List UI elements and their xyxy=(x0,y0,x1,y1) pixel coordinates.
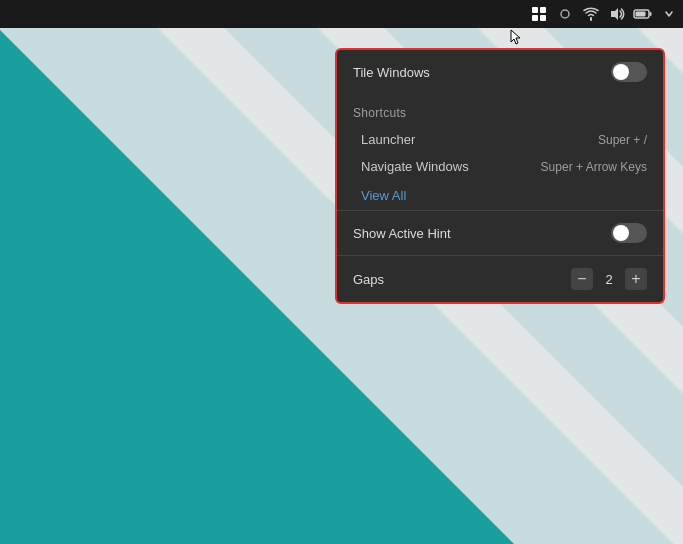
svg-rect-1 xyxy=(540,7,546,13)
gaps-row: Gaps − 2 + xyxy=(337,255,663,302)
tile-windows-toggle[interactable] xyxy=(611,62,647,82)
launcher-shortcut-row: Launcher Super + / xyxy=(337,126,663,153)
view-all-link[interactable]: View All xyxy=(361,188,406,203)
volume-icon xyxy=(607,4,627,24)
wifi-icon xyxy=(581,4,601,24)
gaps-controls: − 2 + xyxy=(571,268,647,290)
show-active-hint-toggle[interactable] xyxy=(611,223,647,243)
mouse-cursor xyxy=(509,28,521,46)
shortcuts-header: Shortcuts xyxy=(337,94,663,126)
tile-windows-label: Tile Windows xyxy=(353,65,430,80)
tile-windows-row: Tile Windows xyxy=(337,50,663,94)
svg-point-4 xyxy=(561,10,569,18)
svg-rect-0 xyxy=(532,7,538,13)
battery-icon xyxy=(633,4,653,24)
circle-status-icon xyxy=(555,4,575,24)
view-all-row: View All xyxy=(337,180,663,210)
show-active-hint-label: Show Active Hint xyxy=(353,226,451,241)
svg-rect-2 xyxy=(532,15,538,21)
navigate-windows-row: Navigate Windows Super + Arrow Keys xyxy=(337,153,663,180)
gaps-label: Gaps xyxy=(353,272,384,287)
navigate-windows-label: Navigate Windows xyxy=(361,159,469,174)
tiling-manager-icon[interactable] xyxy=(529,4,549,24)
navigate-windows-key: Super + Arrow Keys xyxy=(541,160,647,174)
launcher-key: Super + / xyxy=(598,133,647,147)
svg-rect-8 xyxy=(650,12,652,16)
launcher-label: Launcher xyxy=(361,132,415,147)
svg-rect-7 xyxy=(636,12,646,17)
toggle-knob xyxy=(613,64,629,80)
gaps-value: 2 xyxy=(603,272,615,287)
show-active-hint-row: Show Active Hint xyxy=(337,210,663,255)
gaps-plus-button[interactable]: + xyxy=(625,268,647,290)
svg-marker-5 xyxy=(611,8,618,20)
chevron-down-icon[interactable] xyxy=(659,4,679,24)
svg-rect-3 xyxy=(540,15,546,21)
tiling-panel: Tile Windows Shortcuts Launcher Super + … xyxy=(335,48,665,304)
taskbar xyxy=(0,0,683,28)
toggle-knob-2 xyxy=(613,225,629,241)
gaps-minus-button[interactable]: − xyxy=(571,268,593,290)
